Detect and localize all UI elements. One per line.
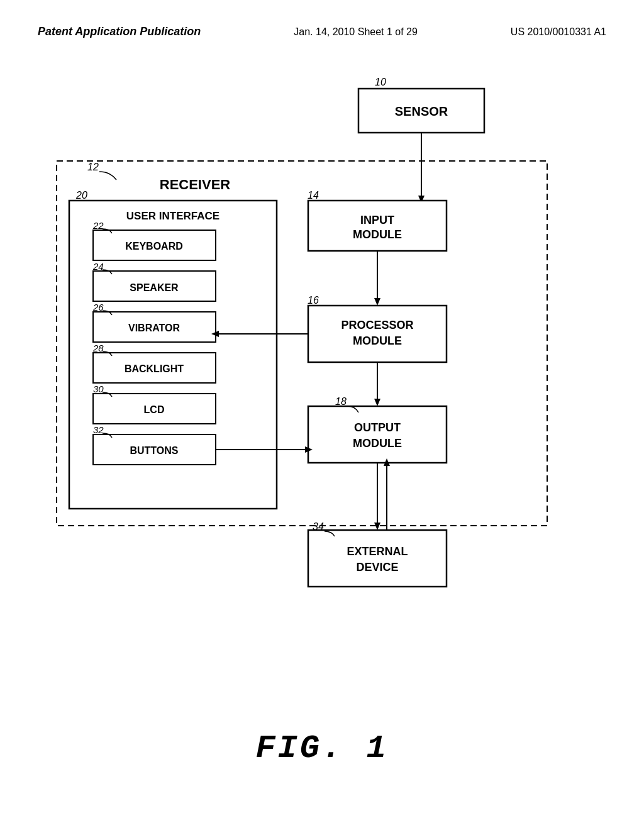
svg-text:USER  INTERFACE: USER INTERFACE [126, 210, 219, 222]
receiver-ref: 12 [87, 162, 99, 172]
svg-text:PROCESSOR: PROCESSOR [341, 319, 413, 331]
svg-text:DEVICE: DEVICE [356, 561, 398, 573]
svg-rect-9 [308, 306, 447, 362]
svg-text:LCD: LCD [144, 404, 165, 415]
diagram-area: SENSOR 10 RECEIVER 12 INPUT MODULE 14 PR… [0, 64, 644, 629]
user-interface-ref: 20 [75, 190, 87, 201]
external-device-ref: 34 [313, 521, 324, 532]
buttons-ref: 32 [93, 424, 104, 435]
processor-module-ref: 16 [308, 295, 319, 306]
svg-marker-13 [374, 399, 380, 406]
svg-text:MODULE: MODULE [353, 228, 402, 241]
receiver-label: RECEIVER [160, 177, 231, 192]
svg-rect-39 [308, 530, 447, 587]
svg-text:EXTERNAL: EXTERNAL [347, 545, 408, 558]
publication-number: US 2010/0010331 A1 [511, 26, 606, 38]
sensor-ref: 10 [375, 77, 386, 87]
backlight-ref: 28 [92, 343, 104, 353]
svg-text:BACKLIGHT: BACKLIGHT [125, 363, 184, 374]
speaker-ref: 24 [92, 261, 104, 272]
svg-text:OUTPUT: OUTPUT [354, 421, 401, 434]
svg-marker-8 [374, 298, 380, 306]
svg-text:BUTTONS: BUTTONS [130, 445, 178, 456]
patent-diagram: SENSOR 10 RECEIVER 12 INPUT MODULE 14 PR… [0, 64, 644, 629]
vibrator-ref: 26 [92, 302, 104, 313]
svg-rect-14 [308, 406, 447, 463]
svg-text:KEYBOARD: KEYBOARD [125, 241, 183, 252]
publication-date: Jan. 14, 2010 Sheet 1 of 29 [294, 26, 418, 38]
sensor-label: SENSOR [395, 104, 448, 118]
keyboard-ref: 22 [92, 220, 104, 231]
figure-label: FIG. 1 [255, 730, 388, 767]
page-header: Patent Application Publication Jan. 14, … [0, 0, 644, 51]
publication-type: Patent Application Publication [38, 25, 201, 38]
svg-text:MODULE: MODULE [353, 437, 402, 450]
input-module-ref: 14 [308, 190, 319, 201]
lcd-ref: 30 [93, 384, 104, 394]
svg-text:SPEAKER: SPEAKER [130, 282, 179, 293]
svg-text:VIBRATOR: VIBRATOR [128, 323, 180, 333]
svg-text:MODULE: MODULE [353, 335, 402, 347]
svg-text:INPUT: INPUT [360, 214, 394, 226]
output-module-ref: 18 [335, 396, 347, 407]
